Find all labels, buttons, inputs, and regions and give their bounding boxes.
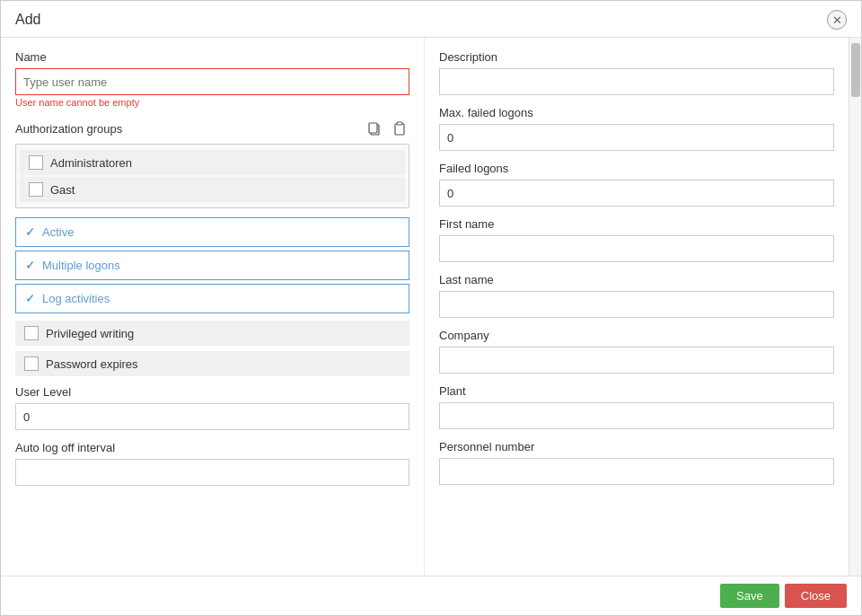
- add-dialog: Add ✕ Name User name cannot be empty Aut…: [0, 0, 862, 616]
- description-label: Description: [439, 50, 834, 64]
- max-failed-logons-input[interactable]: [439, 124, 834, 151]
- active-toggle[interactable]: ✓ Active: [15, 217, 409, 247]
- administratoren-checkbox[interactable]: [29, 155, 43, 170]
- name-label: Name: [15, 50, 409, 64]
- privileged-writing-item[interactable]: Privileged writing: [15, 321, 409, 346]
- svg-rect-2: [395, 124, 404, 135]
- password-expires-item[interactable]: Password expires: [15, 351, 409, 376]
- failed-logons-input[interactable]: [439, 180, 834, 207]
- log-activities-toggle[interactable]: ✓ Log activities: [15, 284, 409, 313]
- personnel-number-input[interactable]: [439, 458, 834, 485]
- description-group: Description: [439, 50, 834, 95]
- save-button[interactable]: Save: [720, 584, 779, 608]
- gast-label: Gast: [50, 183, 75, 197]
- auto-logoff-input[interactable]: [15, 459, 409, 486]
- groups-list: Administratoren Gast: [15, 144, 409, 208]
- group-item-gast[interactable]: Gast: [20, 177, 405, 202]
- active-label: Active: [42, 225, 74, 239]
- last-name-label: Last name: [439, 273, 834, 286]
- failed-logons-label: Failed logons: [439, 162, 834, 175]
- company-label: Company: [439, 329, 834, 342]
- dialog-body: Name User name cannot be empty Authoriza…: [1, 38, 861, 576]
- auto-logoff-group: Auto log off interval: [15, 441, 409, 486]
- active-check-icon: ✓: [25, 225, 35, 239]
- description-input[interactable]: [439, 68, 834, 95]
- group-item-administratoren[interactable]: Administratoren: [20, 150, 405, 175]
- first-name-label: First name: [439, 217, 834, 231]
- multiple-logons-label: Multiple logons: [42, 259, 120, 272]
- privileged-writing-label: Privileged writing: [46, 327, 134, 340]
- svg-rect-3: [397, 122, 402, 125]
- dialog-title: Add: [15, 12, 40, 28]
- log-activities-check-icon: ✓: [25, 292, 35, 305]
- user-level-label: User Level: [15, 385, 409, 399]
- header-close-button[interactable]: ✕: [827, 10, 847, 30]
- personnel-number-label: Personnel number: [439, 440, 834, 453]
- name-field-group: Name User name cannot be empty: [15, 50, 409, 108]
- name-error-message: User name cannot be empty: [15, 97, 409, 108]
- last-name-input[interactable]: [439, 291, 834, 318]
- user-level-input[interactable]: [15, 403, 409, 430]
- auth-groups-label: Authorization groups: [15, 122, 122, 136]
- auto-logoff-label: Auto log off interval: [15, 441, 409, 454]
- plant-label: Plant: [439, 384, 834, 398]
- svg-rect-1: [369, 123, 377, 133]
- copy-icon[interactable]: [365, 119, 384, 138]
- administratoren-label: Administratoren: [50, 156, 132, 170]
- last-name-group: Last name: [439, 273, 834, 318]
- dialog-header: Add ✕: [1, 1, 861, 38]
- first-name-group: First name: [439, 217, 834, 262]
- multiple-logons-toggle[interactable]: ✓ Multiple logons: [15, 251, 409, 280]
- scrollbar[interactable]: [849, 38, 861, 576]
- plant-group: Plant: [439, 384, 834, 429]
- log-activities-label: Log activities: [42, 292, 110, 305]
- plant-input[interactable]: [439, 402, 834, 429]
- failed-logons-group: Failed logons: [439, 162, 834, 207]
- personnel-number-group: Personnel number: [439, 440, 834, 485]
- first-name-input[interactable]: [439, 235, 834, 262]
- name-input[interactable]: [15, 68, 409, 95]
- multiple-logons-check-icon: ✓: [25, 259, 35, 272]
- password-expires-label: Password expires: [46, 357, 138, 371]
- privileged-writing-checkbox[interactable]: [24, 326, 39, 340]
- paste-icon[interactable]: [390, 119, 409, 138]
- company-group: Company: [439, 329, 834, 374]
- dialog-footer: Save Close: [1, 576, 861, 615]
- user-level-group: User Level: [15, 385, 409, 430]
- left-panel: Name User name cannot be empty Authoriza…: [1, 38, 425, 576]
- close-button[interactable]: Close: [785, 584, 847, 608]
- right-panel: Description Max. failed logons Failed lo…: [425, 38, 849, 576]
- company-input[interactable]: [439, 347, 834, 374]
- gast-checkbox[interactable]: [29, 182, 43, 197]
- scrollbar-thumb[interactable]: [851, 43, 860, 97]
- auth-groups-icons: [365, 119, 409, 138]
- max-failed-logons-label: Max. failed logons: [439, 106, 834, 119]
- password-expires-checkbox[interactable]: [24, 356, 39, 371]
- auth-groups-header: Authorization groups: [15, 119, 409, 138]
- max-failed-logons-group: Max. failed logons: [439, 106, 834, 151]
